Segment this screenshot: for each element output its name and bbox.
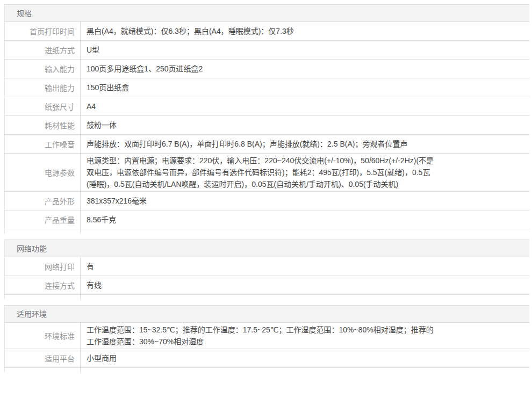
row-value-cell: U型 — [80, 41, 529, 59]
row-label: 适用平台 — [5, 349, 80, 367]
section-specifications: 规格 首页打印时间 黑白(A4，就绪模式)：仅6.3秒；黑白(A4，睡眠模式)：… — [4, 4, 529, 234]
row-label: 耗材性能 — [5, 116, 80, 134]
row-value-cell: 黑白(A4，就绪模式)：仅6.3秒；黑白(A4，睡眠模式)：仅7.3秒 — [80, 22, 529, 40]
row-value-cell: 有 — [80, 257, 529, 276]
row-value-text: 小型商用 — [87, 352, 117, 364]
row-value-text: 有 — [87, 260, 94, 272]
table-row: 连接方式 有线 — [5, 276, 529, 295]
table-row: 输出能力 150页出纸盒 — [5, 78, 529, 97]
row-label: 工作噪音 — [5, 135, 80, 153]
row-label: 首页打印时间 — [5, 22, 80, 40]
row-label: 产品重量 — [5, 211, 80, 229]
spec-page: 规格 首页打印时间 黑白(A4，就绪模式)：仅6.3秒；黑白(A4，睡眠模式)：… — [0, 0, 532, 372]
row-value-cell: A4 — [80, 97, 529, 115]
row-value-cell: 8.56千克 — [80, 211, 529, 229]
row-value-text: 工作温度范围：15~32.5℃；推荐的工作温度：17.5~25℃；工作湿度范围：… — [87, 324, 436, 347]
table-row: 产品重量 8.56千克 — [5, 211, 529, 229]
table-row: 环境标准 工作温度范围：15~32.5℃；推荐的工作温度：17.5~25℃；工作… — [5, 323, 529, 349]
row-label: 环境标准 — [5, 323, 80, 349]
row-value-text: A4 — [87, 100, 96, 112]
table-row-stub — [80, 295, 529, 299]
row-value-cell: 100页多用途纸盒1、250页进纸盒2 — [80, 60, 529, 78]
table-row: 输入能力 100页多用途纸盒1、250页进纸盒2 — [5, 60, 529, 78]
row-value-text: 150页出纸盒 — [87, 82, 129, 93]
row-label: 输出能力 — [5, 78, 80, 97]
section-network-features: 网络功能 网络打印 有 连接方式 有线 — [4, 240, 529, 299]
section-title: 适用环境 — [5, 306, 529, 323]
row-value-text: 鼓粉一体 — [87, 119, 117, 131]
table-row-stub — [80, 368, 529, 372]
row-label: 连接方式 — [5, 276, 80, 294]
row-value-cell: 鼓粉一体 — [80, 116, 529, 134]
row-label: 输入能力 — [5, 60, 80, 78]
row-label: 产品外形 — [5, 192, 80, 210]
row-label: 电源参数 — [5, 154, 80, 191]
table-row: 耗材性能 鼓粉一体 — [5, 116, 529, 135]
table-row: 纸张尺寸 A4 — [5, 97, 529, 116]
row-value-cell: 小型商用 — [80, 349, 529, 367]
row-value-text: 有线 — [87, 279, 102, 291]
row-value-text: 8.56千克 — [87, 214, 116, 226]
row-value-cell: 150页出纸盒 — [80, 78, 529, 97]
table-row: 网络打印 有 — [5, 257, 529, 276]
row-value-text: 电源类型：内置电源；电源要求：220伏，输入电压：220~240伏交流电(+/-… — [87, 155, 436, 190]
row-value-text: 黑白(A4，就绪模式)：仅6.3秒；黑白(A4，睡眠模式)：仅7.3秒 — [87, 25, 294, 37]
row-value-text: 声能排放：双面打印时6.7 B(A)，单面打印时6.8 B(A)；声能排放(就绪… — [87, 138, 407, 150]
table-row: 首页打印时间 黑白(A4，就绪模式)：仅6.3秒；黑白(A4，睡眠模式)：仅7.… — [5, 22, 529, 41]
row-value-text: U型 — [87, 44, 99, 56]
row-value-text: 381x357x216毫米 — [87, 195, 147, 207]
row-value-cell: 声能排放：双面打印时6.7 B(A)，单面打印时6.8 B(A)；声能排放(就绪… — [80, 135, 529, 153]
section-title: 网络功能 — [5, 240, 529, 257]
table-row-stub — [80, 229, 529, 234]
row-label: 纸张尺寸 — [5, 97, 80, 115]
row-value-cell: 工作温度范围：15~32.5℃；推荐的工作温度：17.5~25℃；工作湿度范围：… — [80, 323, 529, 349]
section-environment: 适用环境 环境标准 工作温度范围：15~32.5℃；推荐的工作温度：17.5~2… — [4, 305, 529, 372]
table-row: 适用平台 小型商用 — [5, 349, 529, 368]
row-label: 网络打印 — [5, 257, 80, 276]
row-value-cell: 电源类型：内置电源；电源要求：220伏，输入电压：220~240伏交流电(+/-… — [80, 154, 529, 191]
section-title: 规格 — [5, 5, 529, 22]
table-row: 电源参数 电源类型：内置电源；电源要求：220伏，输入电压：220~240伏交流… — [5, 154, 529, 192]
row-value-cell: 有线 — [80, 276, 529, 294]
row-value-cell: 381x357x216毫米 — [80, 192, 529, 210]
table-row: 产品外形 381x357x216毫米 — [5, 192, 529, 211]
table-row: 工作噪音 声能排放：双面打印时6.7 B(A)，单面打印时6.8 B(A)；声能… — [5, 135, 529, 154]
row-value-text: 100页多用途纸盒1、250页进纸盒2 — [87, 63, 203, 75]
table-row: 进纸方式 U型 — [5, 41, 529, 60]
row-label: 进纸方式 — [5, 41, 80, 59]
